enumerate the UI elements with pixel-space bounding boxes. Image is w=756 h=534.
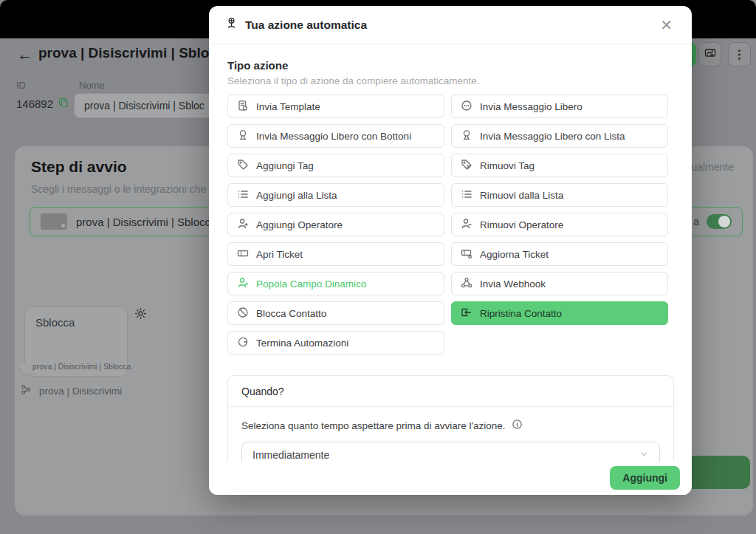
action-messaggio-con-bottoni[interactable]: Invia Messaggio Libero con Bottoni (227, 124, 444, 148)
quando-title: Quando? (228, 376, 673, 407)
kiosk-icon (237, 129, 249, 143)
message-thumbnail (41, 213, 67, 230)
action-aggiungi-tag[interactable]: Aggiungi Tag (227, 154, 444, 177)
action-popola-campo-dinamico[interactable]: Popola Campo Dinamico (227, 272, 444, 295)
action-label: Rimuovi Operatore (480, 219, 563, 230)
tag-remove-icon (461, 159, 472, 173)
quando-description: Seleziona quanto tempo aspettare prima d… (241, 420, 506, 431)
modal-footer: Aggiungi (209, 462, 692, 495)
action-aggiungi-alla-lista[interactable]: Aggiungi alla Lista (227, 183, 444, 207)
action-invia-template[interactable]: Invia Template (227, 95, 444, 118)
action-rimuovi-dalla-lista[interactable]: Rimuovi dalla Lista (451, 183, 668, 207)
kebab-icon: ⋮ (734, 47, 746, 61)
flow-node-card[interactable]: Sblocca prova | Disiscrivimi | Sblocca (24, 307, 128, 377)
action-aggiorna-ticket[interactable]: Aggiorna Ticket (451, 242, 668, 266)
action-label: Aggiorna Ticket (480, 249, 549, 260)
node-footer-label: prova | Disiscrivimi | Sblocca (32, 362, 131, 371)
list-icon (461, 188, 472, 202)
info-icon[interactable] (512, 419, 523, 432)
action-termina-automazioni[interactable]: Termina Automazioni (227, 331, 444, 355)
action-rimuovi-tag[interactable]: Rimuovi Tag (451, 154, 668, 177)
gear-icon[interactable] (134, 307, 147, 320)
action-ripristina-contatto[interactable]: Ripristina Contatto (451, 301, 668, 325)
node-title: Sblocca (35, 316, 117, 329)
action-label: Invia Messaggio Libero con Bottoni (256, 131, 411, 142)
chat-icon (461, 100, 472, 114)
action-messaggio-con-lista[interactable]: Invia Messaggio Libero con Lista (451, 124, 668, 148)
toggle-knob (718, 216, 730, 227)
back-button[interactable]: ← (15, 44, 35, 65)
id-value: 146892 (16, 97, 69, 110)
kiosk-icon (461, 129, 472, 143)
action-rimuovi-operatore[interactable]: Rimuovi Operatore (451, 213, 668, 236)
person-remove-icon (461, 218, 472, 232)
modal-header: Tua azione automatica ✕ (209, 6, 692, 44)
stats-button[interactable] (698, 42, 721, 66)
action-aggiungi-operatore[interactable]: Aggiungi Operatore (227, 213, 444, 236)
action-label: Blocca Contatto (256, 308, 326, 319)
action-label: Rimuovi dalla Lista (480, 190, 563, 201)
tag-icon (237, 159, 249, 173)
step-card-subtitle: Scegli i messaggi o le integrazioni che … (31, 183, 218, 195)
terminate-icon (237, 336, 249, 350)
action-label: Aggiungi Tag (256, 160, 314, 171)
step-card-right-text: ualmente (691, 161, 734, 173)
trigger-row-right: a (693, 214, 732, 229)
id-label: ID (16, 80, 26, 91)
share-nodes-icon (21, 384, 32, 398)
screen: ← prova | Disiscrivimi | Sbloc ⋮ ID Nome… (0, 0, 756, 534)
action-type-grid: Invia Template Invia Messaggio Libero In… (227, 95, 668, 355)
action-label: Aggiungi alla Lista (256, 190, 337, 201)
trigger-right-text: a (693, 216, 699, 227)
action-apri-ticket[interactable]: Apri Ticket (227, 242, 444, 266)
modal-title: Tua azione automatica (245, 18, 367, 32)
step-card-title: Step di avvio (31, 158, 127, 176)
page-title: prova | Disiscrivimi | Sbloc (38, 45, 217, 61)
azione-automatica-modal: Tua azione automatica ✕ Tipo azione Sele… (209, 6, 692, 495)
trigger-row-left: prova | Disiscrivimi | Sblocc (41, 213, 210, 230)
person-edit-icon (237, 277, 249, 291)
action-label: Invia Messaggio Libero (480, 101, 583, 112)
action-label: Ripristina Contatto (480, 308, 562, 319)
tipo-azione-title: Tipo azione (227, 59, 288, 72)
action-label: Aggiungi Operatore (256, 219, 343, 230)
aggiungi-button[interactable]: Aggiungi (610, 466, 680, 490)
nome-label: Nome (79, 80, 105, 91)
person-add-icon (237, 218, 249, 232)
trigger-toggle[interactable] (707, 214, 732, 229)
action-label: Apri Ticket (256, 249, 303, 260)
trigger-label: prova | Disiscrivimi | Sblocc (76, 216, 210, 228)
chart-eye-icon (704, 47, 716, 62)
delay-select-value: Immediatamente (252, 449, 329, 461)
arrow-left-icon: ← (18, 46, 33, 64)
action-label: Invia Template (256, 101, 320, 112)
action-label: Invia Messaggio Libero con Lista (480, 131, 625, 142)
ticket-update-icon (461, 247, 472, 261)
id-number: 146892 (16, 97, 53, 110)
copy-icon[interactable] (58, 97, 69, 110)
list-icon (237, 188, 249, 202)
restore-icon (461, 307, 472, 321)
tipo-azione-subtitle: Seleziona il tipo di azione da compiere … (227, 75, 479, 86)
flow-label: prova | Disiscrivimi (39, 386, 122, 397)
action-blocca-contatto[interactable]: Blocca Contatto (227, 301, 444, 325)
close-icon[interactable]: ✕ (657, 16, 676, 34)
flow-row: prova | Disiscrivimi (21, 384, 122, 398)
template-icon (237, 100, 249, 114)
action-label: Invia Webhook (480, 278, 546, 290)
automation-joystick-icon (225, 17, 238, 32)
ticket-icon (237, 247, 249, 261)
kebab-menu-button[interactable]: ⋮ (728, 42, 751, 66)
action-invia-webhook[interactable]: Invia Webhook (451, 272, 668, 295)
block-icon (237, 307, 249, 321)
quando-description-row: Seleziona quanto tempo aspettare prima d… (228, 407, 673, 432)
action-label: Termina Automazioni (256, 338, 348, 349)
action-label: Popola Campo Dinamico (256, 278, 366, 290)
webhook-icon (461, 277, 472, 291)
chevron-down-icon (639, 449, 649, 461)
action-label: Rimuovi Tag (480, 160, 535, 171)
action-invia-messaggio-libero[interactable]: Invia Messaggio Libero (451, 95, 668, 118)
